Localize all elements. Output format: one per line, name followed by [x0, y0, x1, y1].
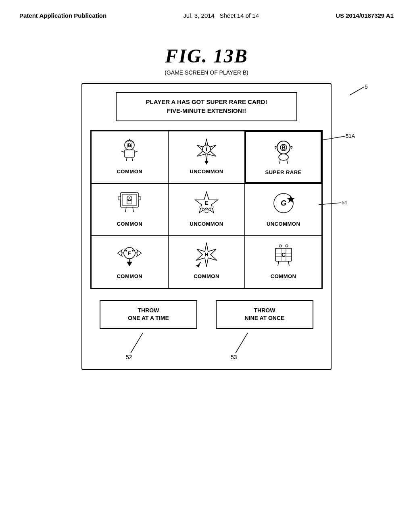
svg-line-64 [278, 261, 279, 266]
svg-line-24 [287, 160, 288, 164]
notification-box: PLAYER A HAS GOT SUPER RARE CARD! FIVE-M… [116, 92, 297, 121]
card-grid-wrapper: 51A 51 D [90, 130, 323, 289]
svg-text:I: I [206, 146, 207, 152]
throw-nine-label: THROWNINE AT ONCE [245, 307, 285, 322]
card-1[interactable]: D COMMON [91, 131, 168, 183]
card-5-icon: E [192, 189, 221, 218]
card-7-label: COMMON [117, 273, 142, 279]
svg-text:52: 52 [126, 354, 132, 360]
device-frame: PLAYER A HAS GOT SUPER RARE CARD! FIVE-M… [81, 83, 332, 370]
card-9-label: COMMON [271, 273, 296, 279]
ref-lines-svg: 52 53 [90, 333, 323, 361]
svg-point-39 [200, 206, 202, 208]
svg-line-0 [350, 87, 364, 95]
svg-text:B: B [282, 144, 286, 151]
card-3-icon: B [269, 137, 298, 166]
svg-line-23 [280, 160, 280, 164]
card-9-icon: C [269, 241, 298, 270]
svg-text:A: A [128, 197, 131, 201]
svg-point-50 [125, 250, 127, 251]
notification-line1: PLAYER A HAS GOT SUPER RARE CARD! [146, 98, 267, 105]
figure-title-area: FIG. 13B (GAME SCREEN OF PLAYER B) [0, 45, 413, 76]
card-6-label: UNCOMMON [267, 221, 300, 227]
button-row: THROWONE AT A TIME THROWNINE AT ONCE [90, 300, 323, 329]
header-center: Jul. 3, 2014 Sheet 14 of 14 [183, 11, 259, 21]
svg-point-36 [205, 210, 208, 213]
card-7[interactable]: F COMMON [91, 236, 168, 288]
patent-number-text: US 2014/0187329 A1 [336, 12, 394, 19]
card-2-label: UNCOMMON [190, 168, 223, 175]
svg-point-38 [209, 208, 211, 211]
svg-text:51: 51 [342, 200, 347, 206]
svg-text:F: F [128, 250, 131, 256]
card-4-label: COMMON [117, 221, 142, 227]
svg-rect-29 [127, 201, 132, 204]
date-text: Jul. 3, 2014 [183, 12, 215, 19]
card-8-label: COMMON [194, 273, 219, 279]
svg-line-31 [133, 207, 133, 212]
card-1-label: COMMON [117, 168, 142, 175]
svg-line-68 [236, 333, 248, 353]
ref-lines-area: 52 53 [90, 333, 323, 361]
svg-text:53: 53 [231, 354, 237, 360]
notification-line2: FIVE-MINUTE EXTENSION!! [167, 107, 246, 114]
ref-51a-line: 51A [321, 132, 361, 148]
ref-51-line: 51 [319, 199, 355, 211]
card-2[interactable]: I UNCOMMON [168, 131, 245, 183]
svg-text:H: H [204, 251, 208, 258]
svg-marker-49 [127, 262, 132, 266]
svg-line-65 [288, 261, 289, 266]
svg-rect-8 [125, 150, 134, 157]
throw-one-button[interactable]: THROWONE AT A TIME [100, 300, 197, 329]
svg-point-22 [279, 154, 288, 160]
page-header: Patent Application Publication Jul. 3, 2… [0, 0, 413, 21]
publication-label: Patent Application Publication [19, 11, 106, 21]
card-9[interactable]: C COMMON [245, 236, 322, 288]
screen-container: 50 PLAYER A HAS GOT SUPER RARE CARD! FIV… [81, 83, 332, 370]
svg-point-57 [286, 245, 288, 247]
throw-nine-button[interactable]: THROWNINE AT ONCE [216, 300, 313, 329]
card-4[interactable]: A COMMON [91, 183, 168, 236]
svg-marker-18 [205, 161, 208, 164]
card-5-label: UNCOMMON [190, 221, 223, 227]
svg-point-37 [202, 208, 204, 211]
svg-rect-33 [138, 197, 141, 200]
svg-marker-55 [196, 264, 200, 268]
svg-point-40 [211, 206, 213, 208]
svg-point-51 [132, 250, 133, 251]
svg-text:G: G [281, 199, 286, 207]
card-6-icon: G [269, 189, 298, 218]
card-6[interactable]: G UNCOMMON [245, 183, 322, 236]
figure-title: FIG. 13B [0, 45, 413, 67]
card-grid: D COMMON [90, 130, 323, 289]
svg-rect-32 [118, 197, 121, 200]
svg-line-11 [126, 157, 127, 161]
svg-line-66 [131, 333, 143, 353]
card-8-icon: H [192, 241, 221, 270]
publication-text: Patent Application Publication [19, 12, 106, 19]
svg-line-12 [132, 157, 133, 161]
svg-line-10 [134, 151, 138, 152]
card-5[interactable]: E UNCOMMON [168, 183, 245, 236]
patent-number: US 2014/0187329 A1 [336, 11, 394, 21]
card-2-icon: I [192, 136, 221, 165]
svg-text:C: C [282, 251, 286, 258]
card-8[interactable]: H COMMON [168, 236, 245, 288]
svg-marker-47 [135, 250, 142, 256]
svg-point-56 [279, 245, 282, 247]
svg-line-30 [125, 207, 126, 212]
ref-50-line: 50 [327, 83, 368, 103]
svg-text:51A: 51A [346, 133, 355, 139]
throw-one-label: THROWONE AT A TIME [128, 307, 169, 322]
svg-line-9 [121, 151, 125, 152]
card-3[interactable]: B SUPER RARE [245, 131, 322, 183]
figure-subtitle: (GAME SCREEN OF PLAYER B) [0, 69, 413, 76]
card-7-icon: F [115, 241, 144, 270]
card-1-icon: D [115, 136, 144, 165]
svg-line-2 [321, 136, 345, 140]
sheet-text: Sheet 14 of 14 [219, 12, 259, 19]
svg-marker-46 [117, 250, 124, 256]
svg-text:50: 50 [365, 83, 368, 90]
card-3-label: SUPER RARE [265, 169, 302, 175]
card-4-icon: A [115, 189, 144, 218]
